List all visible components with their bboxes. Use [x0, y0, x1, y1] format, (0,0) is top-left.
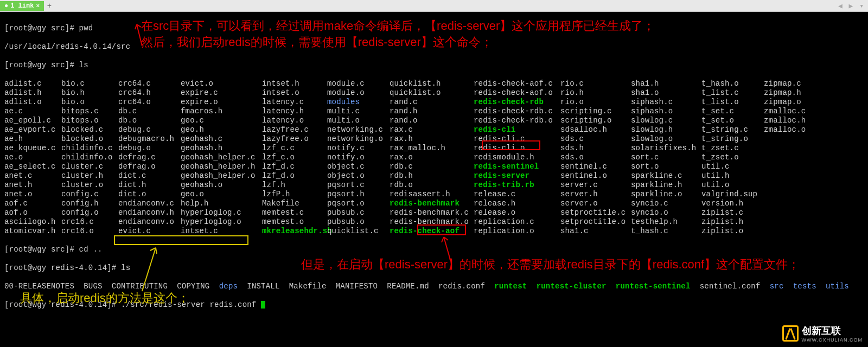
file-entry: config.h — [61, 199, 118, 208]
close-icon[interactable]: × — [36, 3, 40, 9]
watermark: 创新互联 WWW.CXHULIAN.COM — [782, 324, 863, 343]
file-entry: aof.o — [4, 208, 61, 217]
file-entry: scripting.c — [560, 107, 631, 116]
file-entry: geohash_helper.h — [181, 162, 262, 171]
file-entry: ziplist.c — [701, 208, 764, 217]
file-entry: networking.c — [327, 125, 390, 134]
file-entry: bio.c — [61, 79, 118, 88]
cursor — [261, 301, 265, 309]
file-entry: anet.o — [4, 190, 61, 199]
file-entry: intset.h — [262, 79, 327, 88]
next-tab-icon[interactable]: ▶ — [849, 2, 853, 10]
file-entry: zmalloc.o — [764, 125, 813, 134]
file-entry: tests — [793, 282, 816, 291]
file-entry: notify.o — [327, 153, 390, 162]
file-entry: lzf.h — [262, 181, 327, 190]
tab-active[interactable]: ● 1 link × — [0, 1, 44, 11]
file-entry: config.o — [61, 208, 118, 217]
file-entry: utils — [826, 282, 849, 291]
file-entry: util.c — [701, 162, 764, 171]
file-entry: rdb.o — [390, 181, 474, 190]
file-entry: geohash.o — [181, 181, 262, 190]
file-entry: lzf_c.c — [262, 144, 327, 153]
prev-tab-icon[interactable]: ◀ — [838, 2, 843, 10]
file-entry: sentinel.conf — [700, 282, 761, 291]
file-entry: sds.c — [560, 134, 631, 144]
file-entry: childinfo.c — [61, 144, 118, 153]
file-entry: multi.c — [327, 107, 390, 116]
file-entry: redis-cli — [474, 125, 560, 134]
file-entry: sds.h — [560, 144, 631, 153]
file-entry: sha1.c — [560, 227, 631, 236]
file-entry: memtest.o — [262, 217, 327, 227]
file-entry: adlist.h — [4, 88, 61, 98]
file-entry: t_hash.o — [701, 79, 764, 88]
file-entry: redisassert.h — [390, 190, 474, 199]
file-entry: pubsub.c — [327, 208, 390, 217]
tab-menu-icon[interactable]: ▾ — [859, 2, 864, 10]
file-entry: redis-check-aof — [390, 227, 474, 236]
file-entry: adlist.c — [4, 79, 61, 88]
file-entry: debugmacro.h — [118, 134, 181, 144]
file-entry: latency.o — [262, 116, 327, 125]
file-entry: rio.h — [560, 88, 631, 98]
file-entry: ae.o — [4, 153, 61, 162]
file-entry: hyperloglog.c — [181, 208, 262, 217]
file-entry: defrag.o — [118, 162, 181, 171]
file-entry: bitops.c — [61, 107, 118, 116]
file-entry: asciilogo.h — [4, 217, 61, 227]
file-entry: geo.c — [181, 116, 262, 125]
file-entry: crc64.o — [118, 98, 181, 107]
file-entry: version.h — [701, 199, 764, 208]
file-entry: redis-cli.c — [474, 134, 560, 144]
file-entry: server.h — [560, 190, 631, 199]
file-entry: sdsalloc.h — [560, 125, 631, 134]
file-entry: t_set.c — [701, 107, 764, 116]
file-entry: lazyfree.o — [262, 134, 327, 144]
file-entry: ziplist.o — [701, 227, 764, 236]
file-entry: replication.o — [474, 227, 560, 236]
file-entry: module.c — [327, 79, 390, 88]
file-entry: lzfP.h — [262, 190, 327, 199]
ls-output-2: 00-RELEASENOTES BUGS CONTRIBUTING COPYIN… — [4, 282, 864, 291]
file-entry: siphash.o — [631, 107, 701, 116]
file-entry: Makefile — [262, 199, 327, 208]
file-entry: lzf_d.o — [262, 171, 327, 181]
file-entry: MANIFESTO — [336, 282, 378, 291]
file-entry: crc64.c — [118, 79, 181, 88]
terminal-output[interactable]: [root@wgy src]# pwd /usr/local/redis-4.0… — [0, 12, 868, 322]
file-entry: ae_select.c — [4, 162, 61, 171]
file-entry: aof.c — [4, 199, 61, 208]
file-entry: lzf_c.o — [262, 153, 327, 162]
file-entry: server.o — [560, 199, 631, 208]
file-entry: server.c — [560, 181, 631, 190]
file-entry: ae_evport.c — [4, 125, 61, 134]
file-entry: anet.h — [4, 181, 61, 190]
file-entry: dict.o — [118, 190, 181, 199]
prompt-line: [root@wgy src]# ls — [4, 61, 864, 70]
file-entry: rax_malloc.h — [390, 144, 474, 153]
file-entry: module.o — [327, 88, 390, 98]
file-entry: runtest-sentinel — [616, 282, 691, 291]
file-entry: COPYING — [177, 282, 209, 291]
prompt-line: [root@wgy redis-4.0.14]# ./src/redis-ser… — [4, 300, 864, 310]
file-entry: solarisfixes.h — [631, 144, 701, 153]
file-entry: modules — [327, 98, 390, 107]
file-entry: redis-server — [474, 171, 560, 181]
file-entry: rdb.c — [390, 162, 474, 171]
file-entry: lzf_d.c — [262, 162, 327, 171]
file-entry: t_list.o — [701, 98, 764, 107]
file-entry: rax.o — [390, 153, 474, 162]
new-tab-button[interactable]: + — [44, 2, 55, 10]
file-entry: geohash_helper.o — [181, 171, 262, 181]
file-entry: util.h — [701, 171, 764, 181]
file-entry: sha1.h — [631, 79, 701, 88]
file-entry: rio.o — [560, 98, 631, 107]
file-entry: atomicvar.h — [4, 227, 61, 236]
file-entry: t_zset.o — [701, 153, 764, 162]
file-entry: README.md — [387, 282, 429, 291]
file-entry: redis-check-rdb — [474, 98, 560, 107]
file-entry: endianconv.c — [118, 199, 181, 208]
file-entry: release.c — [474, 190, 560, 199]
file-entry: rand.o — [390, 116, 474, 125]
